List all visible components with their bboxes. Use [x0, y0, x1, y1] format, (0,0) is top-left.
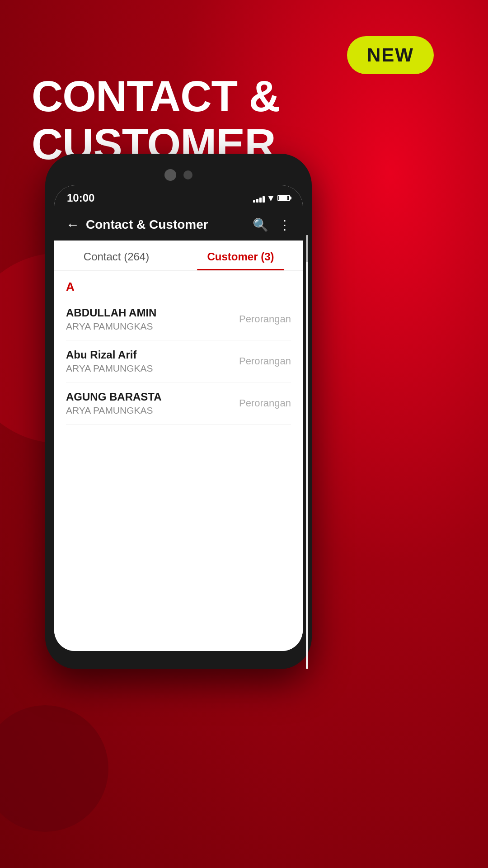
status-icons: ▾ [253, 193, 290, 203]
app-header: ← Contact & Customer 🔍 ⋮ [54, 209, 303, 241]
contact-sub-1: ARYA PAMUNGKAS [66, 321, 239, 332]
contact-type-2: Perorangan [239, 355, 291, 367]
header-title: Contact & Customer [86, 217, 208, 232]
contact-info-2: Abu Rizal Arif ARYA PAMUNGKAS [66, 349, 239, 374]
contact-info-1: ABDULLAH AMIN ARYA PAMUNGKAS [66, 307, 239, 332]
tab-contact[interactable]: Contact (264) [54, 241, 178, 270]
camera-lens-1 [164, 169, 176, 181]
phone-camera [54, 163, 303, 185]
contact-name-2: Abu Rizal Arif [66, 349, 239, 361]
wifi-icon: ▾ [268, 193, 273, 203]
back-button[interactable]: ← [66, 217, 80, 232]
section-letter-a: A [66, 271, 291, 298]
header-actions: 🔍 ⋮ [253, 217, 291, 232]
signal-bar-2 [256, 199, 258, 203]
tab-customer[interactable]: Customer (3) [178, 241, 303, 270]
tabs-container: Contact (264) Customer (3) [54, 241, 303, 271]
phone-mockup: 10:00 ▾ [45, 154, 316, 823]
more-options-icon[interactable]: ⋮ [278, 217, 291, 232]
battery-icon [277, 195, 290, 201]
contact-type-3: Perorangan [239, 397, 291, 409]
battery-fill [279, 196, 287, 200]
phone-screen: 10:00 ▾ [54, 185, 303, 651]
contact-item-1[interactable]: ABDULLAH AMIN ARYA PAMUNGKAS Perorangan [66, 298, 291, 340]
new-badge: NEW [347, 36, 434, 74]
content-area: A ABDULLAH AMIN ARYA PAMUNGKAS Peroranga… [54, 271, 303, 651]
phone-outer: 10:00 ▾ [45, 154, 312, 669]
contact-sub-3: ARYA PAMUNGKAS [66, 405, 239, 416]
signal-bar-4 [263, 196, 265, 203]
status-time: 10:00 [67, 192, 94, 204]
contact-info-3: AGUNG BARASTA ARYA PAMUNGKAS [66, 391, 239, 416]
signal-bar-3 [259, 198, 262, 203]
contact-name-3: AGUNG BARASTA [66, 391, 239, 403]
contact-type-1: Perorangan [239, 313, 291, 325]
signal-icon [253, 193, 265, 203]
signal-bar-1 [253, 200, 255, 203]
camera-lens-2 [183, 170, 192, 179]
search-icon[interactable]: 🔍 [253, 217, 268, 232]
contact-name-1: ABDULLAH AMIN [66, 307, 239, 319]
status-bar: 10:00 ▾ [54, 185, 303, 209]
contact-sub-2: ARYA PAMUNGKAS [66, 363, 239, 374]
contact-item-2[interactable]: Abu Rizal Arif ARYA PAMUNGKAS Perorangan [66, 340, 291, 382]
contact-item-3[interactable]: AGUNG BARASTA ARYA PAMUNGKAS Perorangan [66, 382, 291, 425]
header-left: ← Contact & Customer [66, 217, 208, 232]
